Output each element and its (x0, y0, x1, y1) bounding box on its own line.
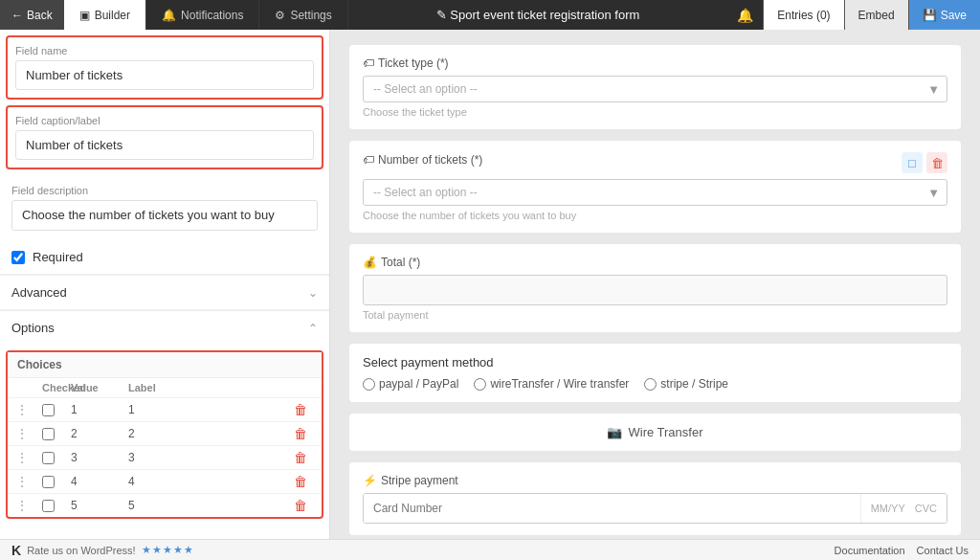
required-label: Required (33, 250, 83, 264)
notification-bell-icon[interactable]: 🔔 (727, 8, 763, 23)
payment-options-list: paypal / PayPal wireTransfer / Wire tran… (363, 377, 947, 391)
top-navigation: ← Back ▣ Builder 🔔 Notifications ⚙ Setti… (0, 0, 980, 30)
delete-choice-button-1[interactable]: 🗑 (287, 402, 314, 417)
field-description-section: Field description Choose the number of t… (0, 175, 329, 240)
choice-value-5: 5 (71, 499, 128, 512)
total-label: 💰 Total (*) (363, 256, 947, 269)
choice-value-2: 2 (71, 427, 128, 440)
chevron-up-icon: ⌃ (308, 322, 318, 335)
delete-choice-button-4[interactable]: 🗑 (287, 474, 314, 489)
total-icon: 💰 (363, 256, 377, 269)
list-item: ⋮ 3 3 🗑 (8, 445, 322, 469)
back-button[interactable]: ← Back (0, 0, 64, 30)
back-arrow-icon: ← (11, 9, 23, 22)
chevron-down-icon: ⌄ (308, 286, 318, 300)
ticket-type-hint: Choose the ticket type (363, 106, 947, 118)
choice-checkbox-1[interactable] (42, 404, 55, 416)
choice-checkbox-3[interactable] (42, 452, 55, 464)
total-hint: Total payment (363, 309, 947, 321)
wire-transfer-label: 📷 Wire Transfer (363, 425, 947, 439)
tab-builder[interactable]: ▣ Builder (64, 0, 146, 30)
tag-icon: 🏷 (363, 56, 374, 70)
delete-choice-button-3[interactable]: 🗑 (287, 450, 314, 465)
choice-label-4: 4 (128, 475, 287, 488)
choices-header: Choices (8, 352, 322, 378)
choice-value-4: 4 (71, 475, 128, 488)
choice-label-5: 5 (128, 499, 287, 512)
choices-section: Choices Checked Value Label ⋮ 1 1 🗑 ⋮ 2 … (6, 350, 323, 519)
right-panel: 🏷 Ticket type (*) -- Select an option --… (330, 30, 980, 539)
delete-choice-button-5[interactable]: 🗑 (287, 498, 314, 513)
field-name-label: Field name (15, 45, 314, 56)
stripe-card-row: MM/YY CVC (363, 493, 947, 524)
edit-icon: ✎ (436, 8, 447, 22)
wire-transfer-field: 📷 Wire Transfer (349, 414, 961, 451)
bell-icon: 🔔 (162, 9, 176, 22)
stripe-icon: ⚡ (363, 474, 377, 487)
num-tickets-label: 🏷 Number of tickets (*) (363, 153, 482, 167)
field-caption-section: Field caption/label Number of tickets (6, 105, 323, 169)
embed-button[interactable]: Embed (844, 0, 908, 30)
footer-stars: ★★★★★ (142, 544, 194, 556)
advanced-label: Advanced (11, 285, 67, 300)
footer-logo: K (11, 543, 21, 558)
choice-checkbox-4[interactable] (42, 476, 55, 488)
required-checkbox[interactable] (11, 251, 25, 264)
copy-field-button[interactable]: □ (902, 152, 923, 173)
drag-handle-icon[interactable]: ⋮ (15, 498, 42, 513)
advanced-section-header[interactable]: Advanced ⌄ (0, 275, 329, 309)
field-name-input[interactable]: Number of tickets (15, 60, 314, 90)
total-input[interactable] (363, 275, 947, 305)
payment-option-paypal[interactable]: paypal / PayPal (363, 377, 458, 391)
entries-button[interactable]: Entries (0) (763, 0, 843, 30)
footer-rate-text: Rate us on WordPress! (27, 545, 136, 556)
drag-handle-icon[interactable]: ⋮ (15, 450, 42, 465)
footer: K Rate us on WordPress! ★★★★★ Documentat… (0, 539, 980, 560)
list-item: ⋮ 1 1 🗑 (8, 397, 322, 421)
save-button[interactable]: 💾 Save (908, 0, 980, 30)
payment-option-stripe[interactable]: stripe / Stripe (644, 377, 728, 391)
tab-settings[interactable]: ⚙ Settings (259, 0, 347, 30)
delete-choice-button-2[interactable]: 🗑 (287, 426, 314, 441)
stripe-payment-field: ⚡ Stripe payment MM/YY CVC (349, 462, 961, 535)
choice-checkbox-5[interactable] (42, 500, 55, 512)
choice-value-3: 3 (71, 451, 128, 464)
choice-label-2: 2 (128, 427, 287, 440)
contact-link[interactable]: Contact Us (917, 545, 969, 556)
drag-handle-icon[interactable]: ⋮ (15, 402, 42, 417)
card-extra: MM/YY CVC (860, 494, 947, 523)
footer-right: Documentation Contact Us (835, 545, 969, 556)
choices-list: ⋮ 1 1 🗑 ⋮ 2 2 🗑 ⋮ 3 3 🗑 ⋮ 4 4 🗑 ⋮ 5 (8, 397, 322, 517)
left-panel: Field name Number of tickets Field capti… (0, 30, 330, 539)
stripe-label: ⚡ Stripe payment (363, 474, 947, 487)
tab-notifications[interactable]: 🔔 Notifications (146, 0, 259, 30)
wire-icon: 📷 (607, 425, 622, 439)
main-layout: Field name Number of tickets Field capti… (0, 30, 980, 539)
payment-option-wire[interactable]: wireTransfer / Wire transfer (474, 377, 629, 391)
ticket-type-select-wrapper: -- Select an option -- ▼ (363, 76, 947, 102)
options-label: Options (11, 321, 55, 335)
drag-handle-icon[interactable]: ⋮ (15, 474, 42, 489)
nav-right-actions: 🔔 Entries (0) Embed 💾 Save (727, 0, 980, 30)
choice-label-3: 3 (128, 451, 287, 464)
field-description-input[interactable]: Choose the number of tickets you want to… (11, 200, 318, 231)
num-tickets-hint: Choose the number of tickets you want to… (363, 210, 947, 221)
settings-label: Settings (290, 9, 331, 22)
field-name-section: Field name Number of tickets (6, 35, 323, 100)
builder-icon: ▣ (79, 9, 90, 22)
payment-method-label: Select payment method (363, 355, 947, 370)
drag-handle-icon[interactable]: ⋮ (15, 426, 42, 441)
card-number-input[interactable] (364, 494, 860, 523)
list-item: ⋮ 2 2 🗑 (8, 421, 322, 445)
num-tickets-select-wrapper: -- Select an option -- ▼ (363, 179, 947, 206)
field-caption-input[interactable]: Number of tickets (15, 130, 314, 160)
ticket-type-select[interactable]: -- Select an option -- (363, 76, 947, 102)
docs-link[interactable]: Documentation (835, 545, 905, 556)
payment-method-field: Select payment method paypal / PayPal wi… (349, 344, 961, 402)
choice-value-1: 1 (71, 403, 128, 416)
delete-field-button[interactable]: 🗑 (926, 152, 947, 173)
num-tickets-select[interactable]: -- Select an option -- (363, 179, 947, 206)
choice-checkbox-2[interactable] (42, 428, 55, 440)
ticket-type-field: 🏷 Ticket type (*) -- Select an option --… (349, 45, 961, 129)
options-section-header[interactable]: Options ⌃ (0, 310, 329, 345)
